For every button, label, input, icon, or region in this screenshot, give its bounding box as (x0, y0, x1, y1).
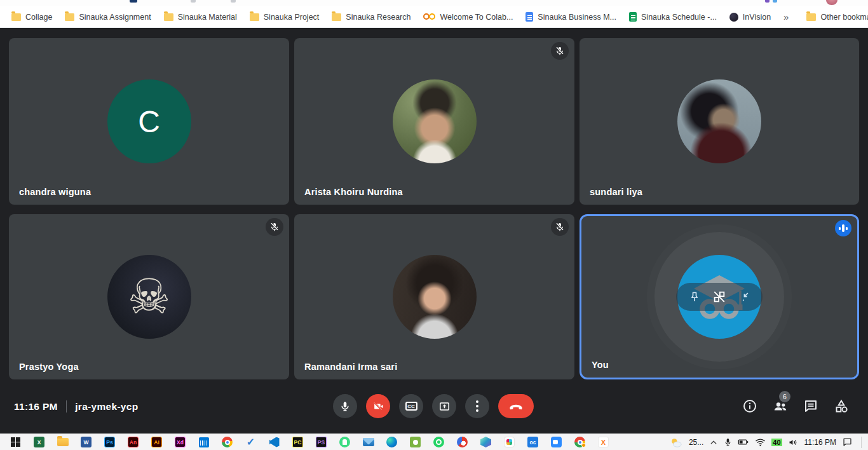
skull-avatar-glyph: ☠ (127, 273, 170, 321)
taskbar-whatsapp[interactable] (427, 434, 451, 450)
folder-icon (65, 13, 74, 21)
hangup-icon (509, 399, 523, 413)
extension-icon-fragment (765, 0, 770, 3)
other-bookmarks-button[interactable]: Other bookmarks (800, 9, 868, 25)
taskbar-word[interactable]: W (74, 434, 98, 450)
folder-icon (332, 13, 341, 21)
taskbar-adobe-xd[interactable]: Xd (168, 434, 192, 450)
start-button[interactable] (4, 434, 27, 450)
taskbar-video-camera-app[interactable] (545, 434, 568, 450)
edge-icon (386, 437, 397, 447)
slack-icon (504, 437, 515, 447)
bookmark-collage[interactable]: Collage (5, 9, 58, 25)
activities-button[interactable] (834, 399, 849, 414)
bookmark-label: Sinauka Material (178, 13, 237, 22)
video-tile-ramandani[interactable]: Ramandani Irma sari (294, 214, 574, 379)
chat-button[interactable] (803, 399, 818, 414)
taskbar-green-person-app[interactable] (333, 434, 356, 450)
bookmark-label: InVision (743, 13, 771, 22)
taskbar-photoshop[interactable]: Ps (98, 434, 121, 450)
more-options-button[interactable] (465, 394, 489, 418)
bookmark-welcome-to-colab[interactable]: Welcome To Colab... (417, 9, 519, 25)
bookmark-sinauka-research[interactable]: Sinauka Research (325, 9, 417, 25)
taskbar-chrome-profile[interactable] (568, 434, 592, 450)
info-icon (742, 399, 757, 414)
taskbar-chrome[interactable] (215, 434, 239, 450)
bookmark-sinauka-schedule[interactable]: Sinauka Schedule -... (623, 9, 723, 25)
tray-volume[interactable] (788, 438, 799, 447)
tray-wifi[interactable] (755, 438, 766, 447)
leave-call-button[interactable] (498, 394, 534, 418)
meeting-code: jra-ymek-ycp (75, 401, 138, 412)
screen: Collage Sinauka Assignment Sinauka Mater… (0, 0, 868, 450)
video-tile-prastyo[interactable]: ☠ Prastyo Yoga (9, 214, 289, 379)
bookmark-sinauka-business[interactable]: Sinauka Business M... (519, 9, 623, 25)
camera-off-button[interactable] (366, 394, 390, 418)
windows-logo-icon (11, 437, 20, 447)
video-tile-you[interactable]: You (580, 214, 859, 379)
google-sheets-icon (629, 12, 637, 22)
captions-icon: CC (405, 402, 417, 411)
taskbar-hexagon-app[interactable] (474, 434, 498, 450)
chevron-up-icon (709, 439, 718, 446)
bookmark-sinauka-project[interactable]: Sinauka Project (243, 9, 326, 25)
temperature-label[interactable]: 25... (689, 438, 703, 447)
meeting-details[interactable]: 11:16 PM jra-ymek-ycp (14, 400, 138, 412)
tray-battery[interactable] (738, 438, 749, 446)
bookmark-label: Sinauka Research (346, 13, 410, 22)
bookmark-invision[interactable]: InVision (723, 9, 777, 25)
taskbar-ocam[interactable]: oc (521, 434, 545, 450)
pycharm-icon: PC (292, 437, 303, 447)
taskbar-excel[interactable]: X (27, 434, 51, 450)
taskbar-pycharm[interactable]: PC (286, 434, 309, 450)
microphone-button[interactable] (333, 394, 357, 418)
meet-main-area: C chandra wiguna Arista Khoiru Nurdina s… (0, 28, 868, 433)
taskbar-xampp[interactable]: X (592, 434, 615, 450)
participant-name: Arista Khoiru Nurdina (304, 187, 403, 197)
taskbar-red-swirl-app[interactable] (451, 434, 474, 450)
pin-icon[interactable] (688, 290, 701, 303)
action-center-button[interactable] (842, 437, 853, 447)
tab-favicon-fragment (231, 0, 236, 3)
show-participants-button[interactable]: 6 (773, 399, 788, 414)
taskbar-illustrator[interactable]: Ai (145, 434, 168, 450)
present-screen-button[interactable] (432, 394, 456, 418)
bookmark-sinauka-assignment[interactable]: Sinauka Assignment (58, 9, 157, 25)
profile-photo-avatar (393, 79, 477, 163)
call-controls: CC (333, 394, 534, 418)
battery-percent-badge[interactable]: 40 (771, 439, 782, 446)
minimize-icon[interactable] (738, 290, 750, 303)
taskbar-file-explorer[interactable] (51, 434, 74, 450)
bookmark-label: Welcome To Colab... (440, 13, 513, 22)
show-desktop-edge[interactable] (861, 437, 862, 448)
whatsapp-icon (433, 437, 444, 447)
bookmark-label: Sinauka Business M... (538, 13, 616, 22)
captions-button[interactable]: CC (399, 394, 423, 418)
participant-name: chandra wiguna (19, 187, 91, 197)
hexagon-icon (480, 437, 491, 447)
video-tile-chandra-wiguna[interactable]: C chandra wiguna (9, 38, 289, 205)
taskbar-screen-recorder[interactable] (403, 434, 427, 450)
tray-microphone[interactable] (724, 437, 732, 447)
letter-avatar: C (107, 79, 191, 163)
taskbar-slack[interactable] (498, 434, 521, 450)
show-hidden-icons-button[interactable] (709, 439, 718, 446)
taskbar-calendar[interactable] (192, 434, 215, 450)
video-tile-arista[interactable]: Arista Khoiru Nurdina (294, 38, 574, 205)
weather-widget[interactable] (669, 437, 683, 448)
folder-icon (250, 13, 259, 21)
browser-chrome-sliver (0, 0, 868, 6)
meeting-details-button[interactable] (742, 399, 757, 414)
remove-tile-icon[interactable] (712, 290, 726, 304)
taskbar-check-app[interactable]: ✓ (239, 434, 262, 450)
taskbar-mail[interactable] (356, 434, 380, 450)
taskbar-vscode[interactable] (262, 434, 286, 450)
taskbar-animate[interactable]: An (121, 434, 145, 450)
bookmarks-overflow-chevron[interactable]: » (777, 11, 795, 22)
video-tile-sundari[interactable]: sundari liya (580, 38, 859, 205)
tray-clock[interactable]: 11:16 PM (804, 438, 836, 447)
taskbar-phpstorm[interactable]: PS (309, 434, 333, 450)
bookmark-sinauka-material[interactable]: Sinauka Material (158, 9, 243, 25)
taskbar-edge[interactable] (380, 434, 403, 450)
browser-profile-avatar[interactable] (826, 0, 837, 5)
